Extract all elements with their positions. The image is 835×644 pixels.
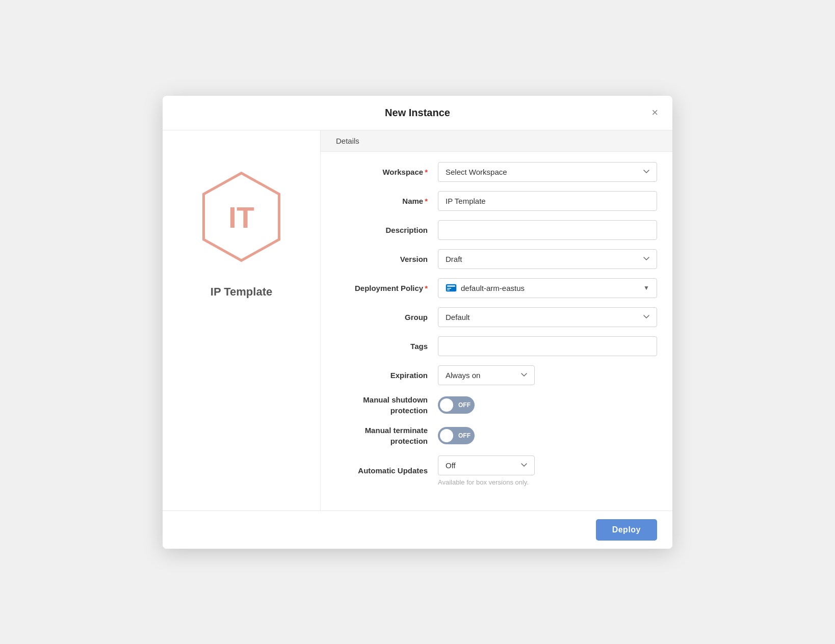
toggle-slider: OFF xyxy=(438,396,475,414)
tags-label: Tags xyxy=(336,341,438,352)
hexagon-icon-wrapper: IT xyxy=(191,161,293,273)
svg-rect-3 xyxy=(447,288,451,289)
policy-icon xyxy=(446,284,457,292)
workspace-control: Select Workspace xyxy=(438,162,657,182)
instance-name-label: IP Template xyxy=(211,285,272,299)
workspace-select[interactable]: Select Workspace xyxy=(438,162,657,182)
description-row: Description xyxy=(336,220,657,240)
manual-shutdown-label: Manual shutdown protection xyxy=(336,394,438,416)
modal-header: New Instance × xyxy=(163,96,672,130)
toggle-slider-2: OFF xyxy=(438,427,475,444)
manual-terminate-control: OFF xyxy=(438,427,657,444)
expiration-row: Expiration Always on Custom xyxy=(336,365,657,385)
deployment-policy-control: default-arm-eastus ▼ xyxy=(438,278,657,298)
workspace-row: Workspace* Select Workspace xyxy=(336,162,657,182)
svg-rect-4 xyxy=(447,289,450,290)
svg-text:IT: IT xyxy=(228,201,254,234)
manual-terminate-toggle[interactable]: OFF xyxy=(438,427,475,444)
form-area: Workspace* Select Workspace Name* xyxy=(321,152,672,511)
svg-rect-2 xyxy=(447,285,455,287)
new-instance-modal: New Instance × IT IP Template Details Wo… xyxy=(163,96,672,549)
modal-title: New Instance xyxy=(385,107,450,119)
name-label: Name* xyxy=(336,196,438,206)
description-label: Description xyxy=(336,225,438,235)
group-control: Default xyxy=(438,307,657,327)
automatic-updates-row: Automatic Updates Off On Available for b… xyxy=(336,455,657,486)
chevron-down-icon: ▼ xyxy=(643,284,649,291)
tags-control xyxy=(438,336,657,356)
expiration-control: Always on Custom xyxy=(438,365,657,385)
automatic-updates-control: Off On Available for box versions only. xyxy=(438,455,657,486)
name-input[interactable] xyxy=(438,191,657,211)
name-row: Name* xyxy=(336,191,657,211)
left-panel: IT IP Template xyxy=(163,130,321,511)
manual-shutdown-control: OFF xyxy=(438,396,657,414)
workspace-label: Workspace* xyxy=(336,167,438,177)
modal-body: IT IP Template Details Workspace* Select… xyxy=(163,130,672,511)
modal-footer: Deploy xyxy=(163,511,672,549)
tags-row: Tags xyxy=(336,336,657,356)
manual-terminate-label: Manual terminate protection xyxy=(336,425,438,446)
right-panel: Details Workspace* Select Workspace xyxy=(321,130,672,511)
group-label: Group xyxy=(336,312,438,323)
deployment-policy-label: Deployment Policy* xyxy=(336,283,438,293)
group-select[interactable]: Default xyxy=(438,307,657,327)
version-control: Draft xyxy=(438,249,657,269)
group-row: Group Default xyxy=(336,307,657,327)
deploy-button[interactable]: Deploy xyxy=(596,519,657,541)
deployment-policy-row: Deployment Policy* default-arm-eastu xyxy=(336,278,657,298)
hexagon-icon: IT xyxy=(194,170,289,264)
expiration-select[interactable]: Always on Custom xyxy=(438,365,535,385)
tags-input[interactable] xyxy=(438,336,657,356)
automatic-updates-label: Automatic Updates xyxy=(336,465,438,476)
manual-shutdown-row: Manual shutdown protection OFF xyxy=(336,394,657,416)
section-header: Details xyxy=(321,130,672,152)
deployment-policy-select[interactable]: default-arm-eastus xyxy=(461,279,639,298)
expiration-label: Expiration xyxy=(336,370,438,381)
description-control xyxy=(438,220,657,240)
name-control xyxy=(438,191,657,211)
toggle-off-label: OFF xyxy=(458,401,471,409)
manual-terminate-row: Manual terminate protection OFF xyxy=(336,425,657,446)
automatic-updates-select[interactable]: Off On xyxy=(438,455,535,475)
version-select[interactable]: Draft xyxy=(438,249,657,269)
manual-shutdown-toggle[interactable]: OFF xyxy=(438,396,475,414)
version-label: Version xyxy=(336,254,438,264)
version-row: Version Draft xyxy=(336,249,657,269)
automatic-updates-hint: Available for box versions only. xyxy=(438,478,657,486)
close-button[interactable]: × xyxy=(649,105,660,120)
description-input[interactable] xyxy=(438,220,657,240)
toggle-off-label-2: OFF xyxy=(458,432,471,439)
deployment-policy-select-wrapper[interactable]: default-arm-eastus ▼ xyxy=(438,278,657,298)
